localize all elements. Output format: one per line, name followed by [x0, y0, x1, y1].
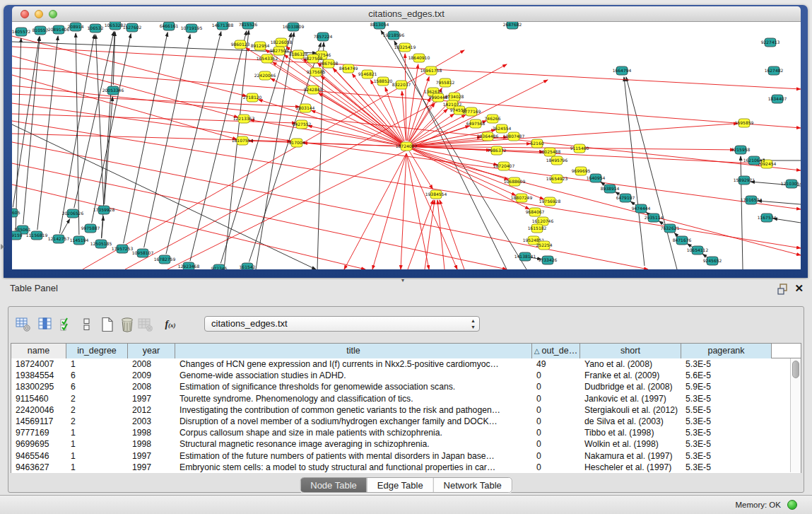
graph-node-label: 9227413 [761, 40, 780, 45]
graph-node-label: 10958107 [132, 250, 154, 255]
graph-node-label: 917004 [289, 140, 305, 145]
graph-node-label: 12213363 [233, 116, 255, 121]
column-header-year[interactable]: year [128, 344, 175, 358]
table-cell: Tourette syndrome. Phenomenology and cla… [175, 393, 532, 404]
graph-edge[interactable] [626, 77, 677, 269]
table-cell: 18724007 [11, 358, 66, 370]
graph-node-label: 6734028 [445, 94, 464, 99]
graph-edge[interactable] [166, 32, 221, 254]
column-checklist-icon[interactable] [58, 315, 76, 334]
citation-graph[interactable]: 1872400798601238912954182260589827503165… [12, 22, 801, 269]
graph-edge[interactable] [92, 34, 131, 223]
table-selector-dropdown[interactable]: citations_edges.txt ▲▼ [204, 316, 480, 332]
graph-edge[interactable] [59, 35, 94, 233]
graph-edge[interactable] [12, 36, 247, 96]
graph-node-label: 12103054 [781, 181, 801, 186]
table-cell: 2 [66, 393, 128, 404]
graph-edge[interactable] [758, 201, 801, 204]
table-cell: Disruption of a novel member of a sodium… [175, 416, 532, 427]
table-cell: Hescheler et al. (1997) [580, 462, 681, 473]
table-row[interactable]: 946554611997Estimation of the future num… [11, 450, 801, 462]
delete-column-icon[interactable] [118, 315, 136, 334]
graph-edge[interactable] [402, 91, 406, 141]
graph-edge[interactable] [773, 218, 801, 223]
graph-edge[interactable] [406, 153, 429, 269]
graph-edge[interactable] [144, 35, 190, 247]
column-header-out_de[interactable]: △out_de… [532, 344, 580, 358]
memory-ok-indicator[interactable] [787, 500, 797, 510]
float-window-icon[interactable] [777, 284, 789, 295]
graph-edge[interactable] [61, 219, 70, 234]
graph-edge[interactable] [702, 254, 707, 257]
table-row[interactable]: 946362711997Embryonic stem cells: a mode… [11, 462, 801, 473]
graph-node-label: 208914 [68, 24, 84, 29]
table-cell: 5.3E-5 [681, 427, 772, 438]
table-row[interactable]: 1830029562008Estimation of significance … [11, 381, 801, 392]
table-cell: Wolkin et al. (1998) [580, 438, 681, 450]
graph-edge[interactable] [12, 75, 237, 139]
graph-node-label: 1640954 [587, 175, 606, 180]
graph-edge[interactable] [105, 97, 113, 204]
table-cell: Franke et al. (2009) [580, 370, 681, 381]
graph-edge[interactable] [344, 153, 406, 269]
graph-node-label: 2803144 [296, 105, 315, 110]
table-cell: Jankovic et al. (1997) [580, 393, 681, 404]
table-settings-icon[interactable] [14, 315, 33, 334]
graph-edge[interactable] [224, 30, 249, 269]
column-header-pagerank[interactable]: pagerank [681, 344, 772, 358]
network-canvas[interactable]: 1872400798601238912954182260589827503165… [12, 22, 801, 269]
show-columns-icon[interactable] [37, 315, 55, 334]
column-header-name[interactable]: name [11, 344, 66, 358]
scrollbar-thumb[interactable] [792, 361, 799, 378]
graph-node-label: 1834407 [768, 96, 787, 101]
column-header-in_degree[interactable]: in_degree [66, 344, 128, 358]
graph-node-label: 7857224 [314, 34, 333, 39]
tab-edge-table[interactable]: Edge Table [367, 478, 433, 492]
graph-edge[interactable] [674, 233, 678, 236]
graph-edge[interactable] [413, 153, 801, 255]
graph-edge[interactable] [688, 244, 693, 247]
graph-edge[interactable] [95, 35, 103, 204]
table-cell: 0 [532, 450, 580, 462]
table-cell: 0 [532, 381, 580, 392]
table-scrollbar[interactable] [790, 358, 801, 472]
graph-edge[interactable] [630, 201, 636, 205]
window-titlebar[interactable]: citations_edges.txt [12, 6, 801, 22]
graph-edge[interactable] [624, 77, 645, 266]
graph-edge[interactable] [74, 32, 114, 208]
column-header-short[interactable]: short [580, 344, 681, 358]
table-cell: 0 [532, 370, 580, 381]
graph-node-label: 8912954 [251, 43, 270, 48]
table-row[interactable]: 969969511998Structural magnetic resonanc… [11, 438, 801, 450]
tab-node-table[interactable]: Node Table [300, 478, 367, 492]
graph-edge[interactable] [190, 31, 247, 261]
graph-edge[interactable] [412, 124, 738, 146]
table-row[interactable]: 2242004622012Investigating the contribut… [11, 404, 801, 416]
table-row[interactable]: 1456911722003Disruption of a novel membe… [11, 416, 801, 427]
graph-edge[interactable] [411, 148, 515, 195]
table-cell: Yano et al. (2008) [580, 358, 681, 370]
splitter-handle-icon[interactable]: ▾ [401, 277, 404, 284]
new-column-icon[interactable] [98, 315, 117, 334]
table-cell: 22420046 [11, 404, 66, 416]
close-panel-icon[interactable]: ✕ [794, 282, 804, 295]
table-row[interactable]: 1872400712008Changes of HCN gene express… [11, 358, 801, 370]
panel-collapse-arrow-icon[interactable] [1, 244, 4, 250]
graph-edge[interactable] [319, 93, 401, 144]
graph-edge[interactable] [37, 36, 58, 230]
tab-network-table[interactable]: Network Table [433, 478, 512, 492]
graph-edge[interactable] [409, 98, 430, 141]
table-cell: 1 [66, 462, 128, 473]
table-row[interactable]: 1938455462009Genome-wide association stu… [11, 370, 801, 381]
table-row[interactable]: 977716911998Corpus callosum shape and si… [11, 427, 801, 438]
table-row[interactable]: 911546021997Tourette syndrome. Phenomeno… [11, 393, 801, 404]
graph-edge[interactable] [741, 156, 743, 269]
column-header-title[interactable]: title [175, 344, 532, 358]
graph-node-label: 810557 [33, 28, 49, 33]
graph-edge[interactable] [408, 77, 429, 141]
row-boxes-icon[interactable] [78, 315, 96, 334]
graph-node-label: 9860123 [231, 42, 250, 47]
graph-edge[interactable] [76, 33, 79, 235]
graph-edge[interactable] [23, 37, 40, 224]
function-builder-icon[interactable]: f(x) [158, 315, 182, 334]
